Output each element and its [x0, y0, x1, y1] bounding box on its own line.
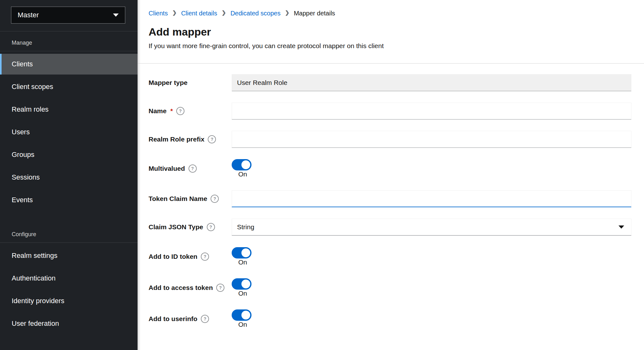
add-to-userinfo-control-cell: On — [232, 309, 631, 328]
nav-group-divider — [0, 242, 138, 243]
add-to-userinfo-toggle-wrap: On — [232, 309, 251, 328]
help-icon[interactable]: ? — [201, 253, 209, 261]
nav-list-manage: ClientsClient scopesRealm rolesUsersGrou… — [0, 54, 138, 210]
token-claim-name-control-cell — [232, 190, 631, 207]
claim-json-type-control-cell: String — [232, 219, 631, 236]
nav-group-divider — [0, 51, 138, 51]
realm-role-prefix-label-cell: Realm Role prefix? — [149, 135, 232, 143]
name-label: Name — [149, 107, 167, 115]
realm-selector-label: Master — [18, 11, 39, 19]
help-icon[interactable]: ? — [189, 164, 197, 173]
add-to-id-token-label-cell: Add to ID token? — [149, 253, 232, 261]
token-claim-name-row: Token Claim Name? — [149, 190, 631, 207]
breadcrumb-item-mapper-details: Mapper details — [294, 9, 335, 17]
add-to-access-token-label-cell: Add to access token? — [149, 284, 232, 292]
help-icon[interactable]: ? — [201, 315, 209, 323]
sidebar-item-clients[interactable]: Clients — [0, 54, 138, 75]
multivalued-toggle-wrap: On — [232, 159, 251, 178]
add-to-access-token-toggle-wrap: On — [232, 278, 251, 297]
multivalued-toggle[interactable] — [232, 159, 251, 170]
mapper-form: Mapper typeName*?Realm Role prefix?Multi… — [149, 74, 631, 328]
toggle-knob — [241, 248, 250, 257]
sidebar-item-groups[interactable]: Groups — [0, 144, 138, 165]
token-claim-name-label: Token Claim Name — [149, 195, 207, 203]
app-window: Master ManageClientsClient scopesRealm r… — [0, 0, 644, 350]
token-claim-name-input[interactable] — [232, 190, 631, 207]
realm-role-prefix-label: Realm Role prefix — [149, 136, 204, 143]
add-to-id-token-row: Add to ID token?On — [149, 247, 631, 266]
claim-json-type-label-cell: Claim JSON Type? — [149, 223, 232, 231]
sidebar: Master ManageClientsClient scopesRealm r… — [0, 0, 138, 350]
breadcrumb-separator-icon: ❯ — [222, 9, 226, 17]
toggle-knob — [241, 160, 250, 169]
claim-json-type-row: Claim JSON Type?String — [149, 219, 631, 236]
help-icon[interactable]: ? — [176, 107, 184, 115]
add-to-access-token-label: Add to access token — [149, 284, 213, 292]
page-header: Clients❯Client details❯Dedicated scopes❯… — [138, 0, 644, 50]
form-section: Mapper typeName*?Realm Role prefix?Multi… — [138, 64, 644, 350]
add-to-access-token-row: Add to access token?On — [149, 278, 631, 297]
nav-group-configure: ConfigureRealm settingsAuthenticationIde… — [0, 223, 138, 334]
multivalued-row: Multivalued?On — [149, 159, 631, 178]
name-row: Name*? — [149, 103, 631, 119]
mapper-type-label-cell: Mapper type — [149, 79, 232, 86]
add-to-userinfo-toggle[interactable] — [232, 309, 251, 321]
chevron-down-icon — [619, 225, 624, 229]
sidebar-item-authentication[interactable]: Authentication — [0, 268, 138, 289]
sidebar-nav: ManageClientsClient scopesRealm rolesUse… — [0, 31, 138, 336]
breadcrumb-separator-icon: ❯ — [285, 9, 289, 17]
page-subtitle: If you want more fine-grain control, you… — [149, 42, 631, 50]
add-to-access-token-toggle[interactable] — [232, 278, 251, 290]
mapper-type-row: Mapper type — [149, 74, 631, 91]
sidebar-item-client-scopes[interactable]: Client scopes — [0, 76, 138, 97]
help-icon[interactable]: ? — [207, 223, 215, 231]
claim-json-type-select[interactable]: String — [232, 219, 631, 236]
sidebar-item-events[interactable]: Events — [0, 190, 138, 210]
breadcrumb-separator-icon: ❯ — [172, 9, 177, 17]
nav-list-configure: Realm settingsAuthenticationIdentity pro… — [0, 245, 138, 334]
realm-selector-dropdown[interactable]: Master — [11, 7, 125, 24]
help-icon[interactable]: ? — [208, 135, 216, 143]
page-title: Add mapper — [149, 26, 631, 38]
multivalued-label-cell: Multivalued? — [149, 164, 232, 173]
help-icon[interactable]: ? — [211, 195, 219, 203]
add-to-id-token-control-cell: On — [232, 247, 631, 266]
add-to-id-token-toggle-wrap: On — [232, 247, 251, 266]
breadcrumb-item-clients[interactable]: Clients — [149, 9, 168, 17]
add-to-userinfo-label: Add to userinfo — [149, 315, 197, 323]
main-content: Clients❯Client details❯Dedicated scopes❯… — [138, 0, 644, 350]
add-to-userinfo-row: Add to userinfo?On — [149, 309, 631, 328]
add-to-access-token-toggle-state-label: On — [238, 290, 247, 297]
realm-role-prefix-control-cell — [232, 131, 631, 148]
name-input[interactable] — [232, 103, 631, 119]
chevron-down-icon — [113, 14, 119, 17]
mapper-type-input — [232, 74, 631, 91]
mapper-type-control-cell — [232, 74, 631, 91]
breadcrumb-item-client-details[interactable]: Client details — [181, 9, 217, 17]
nav-group-manage: ManageClientsClient scopesRealm rolesUse… — [0, 31, 138, 210]
nav-group-title-configure: Configure — [0, 223, 138, 242]
add-to-userinfo-label-cell: Add to userinfo? — [149, 315, 232, 323]
sidebar-item-realm-roles[interactable]: Realm roles — [0, 99, 138, 120]
sidebar-item-users[interactable]: Users — [0, 122, 138, 142]
sidebar-item-user-federation[interactable]: User federation — [0, 313, 138, 334]
realm-role-prefix-row: Realm Role prefix? — [149, 131, 631, 148]
sidebar-item-realm-settings[interactable]: Realm settings — [0, 245, 138, 266]
realm-role-prefix-input[interactable] — [232, 131, 631, 148]
add-to-id-token-label: Add to ID token — [149, 253, 197, 260]
add-to-id-token-toggle[interactable] — [232, 247, 251, 258]
add-to-access-token-control-cell: On — [232, 278, 631, 297]
breadcrumb-item-dedicated-scopes[interactable]: Dedicated scopes — [230, 9, 280, 17]
sidebar-item-identity-providers[interactable]: Identity providers — [0, 291, 138, 311]
claim-json-type-selected-value: String — [237, 223, 254, 231]
sidebar-item-sessions[interactable]: Sessions — [0, 167, 138, 188]
multivalued-label: Multivalued — [149, 165, 185, 172]
add-to-id-token-toggle-state-label: On — [238, 258, 247, 266]
token-claim-name-label-cell: Token Claim Name? — [149, 195, 232, 203]
breadcrumb: Clients❯Client details❯Dedicated scopes❯… — [149, 9, 631, 17]
nav-group-title-manage: Manage — [0, 31, 138, 51]
sidebar-header: Master — [0, 0, 138, 31]
required-indicator: * — [170, 108, 173, 115]
toggle-knob — [241, 311, 250, 319]
help-icon[interactable]: ? — [216, 284, 224, 292]
